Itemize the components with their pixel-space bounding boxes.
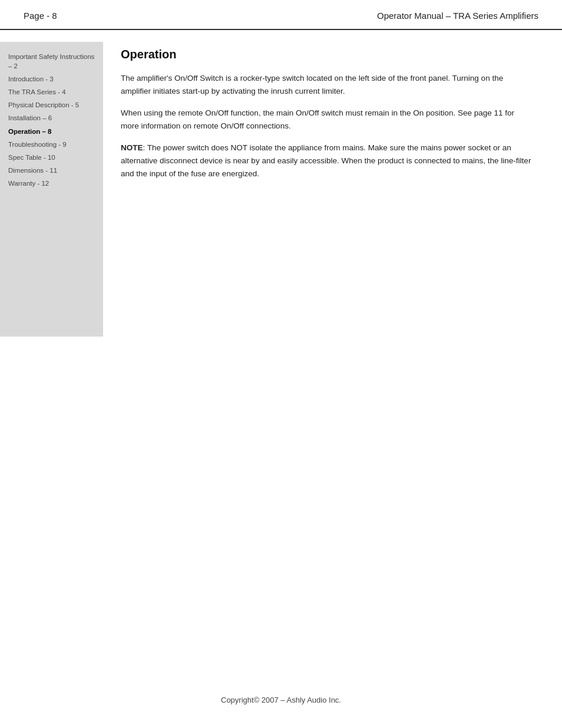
content-paragraphs: The amplifier's On/Off Switch is a rocke… bbox=[121, 72, 533, 180]
content-paragraph: The amplifier's On/Off Switch is a rocke… bbox=[121, 72, 533, 97]
page-body: Important Safety Instructions – 2Introdu… bbox=[0, 30, 562, 337]
page-number: Page - 8 bbox=[24, 11, 57, 21]
sidebar-item[interactable]: Warranty - 12 bbox=[7, 177, 97, 190]
content-paragraph: NOTE: The power switch does NOT isolate … bbox=[121, 141, 533, 180]
page-header: Page - 8 Operator Manual – TRA Series Am… bbox=[0, 0, 562, 30]
sidebar-item[interactable]: Physical Description - 5 bbox=[7, 98, 97, 111]
sidebar-item[interactable]: Operation – 8 bbox=[7, 125, 97, 138]
copyright-text: Copyright© 2007 – Ashly Audio Inc. bbox=[221, 696, 341, 704]
section-title: Operation bbox=[121, 48, 533, 61]
sidebar-item[interactable]: Dimensions - 11 bbox=[7, 164, 97, 177]
sidebar-item[interactable]: Important Safety Instructions – 2 bbox=[7, 50, 97, 73]
sidebar: Important Safety Instructions – 2Introdu… bbox=[0, 42, 103, 337]
sidebar-item[interactable]: Introduction - 3 bbox=[7, 73, 97, 85]
sidebar-item[interactable]: Troubleshooting - 9 bbox=[7, 138, 97, 151]
content-paragraph: When using the remote On/Off function, t… bbox=[121, 107, 533, 132]
sidebar-item[interactable]: The TRA Series - 4 bbox=[7, 85, 97, 98]
sidebar-item[interactable]: Spec Table - 10 bbox=[7, 151, 97, 164]
sidebar-item[interactable]: Installation – 6 bbox=[7, 111, 97, 124]
page-footer: Copyright© 2007 – Ashly Audio Inc. bbox=[0, 696, 562, 704]
document-title: Operator Manual – TRA Series Amplifiers bbox=[377, 11, 538, 21]
page-wrapper: Page - 8 Operator Manual – TRA Series Am… bbox=[0, 0, 562, 728]
main-content: Operation The amplifier's On/Off Switch … bbox=[103, 42, 562, 337]
